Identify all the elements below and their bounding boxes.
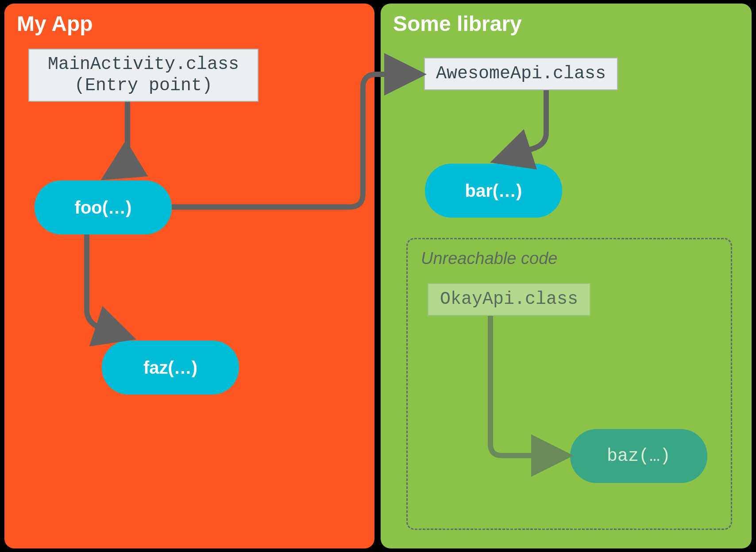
panel-my-app-title: My App <box>17 12 93 36</box>
panel-some-library-title: Some library <box>393 12 522 36</box>
unreachable-title: Unreachable code <box>421 249 557 268</box>
node-foo: foo(…) <box>35 180 172 234</box>
unreachable-group: Unreachable code <box>406 238 732 530</box>
main-activity-line1: MainActivity.class <box>48 54 239 75</box>
node-awesome-api: AwesomeApi.class <box>424 58 618 90</box>
node-baz: baz(…) <box>570 429 707 483</box>
node-okay-api: OkayApi.class <box>428 283 590 316</box>
node-bar: bar(…) <box>425 164 562 218</box>
main-activity-line2: (Entry point) <box>74 75 212 96</box>
node-faz: faz(…) <box>102 341 239 395</box>
diagram-stage: My App Some library MainActivity.class (… <box>0 0 756 552</box>
node-main-activity: MainActivity.class (Entry point) <box>28 49 258 102</box>
